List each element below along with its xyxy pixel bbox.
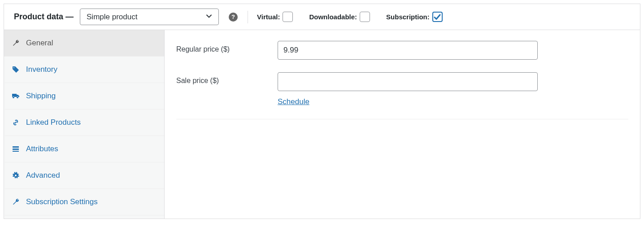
sale-price-field-wrap: Schedule — [278, 72, 538, 106]
product-type-select-wrap: Simple product — [80, 9, 219, 25]
tabs-sidebar: GeneralInventoryShippingLinked ProductsA… — [4, 30, 165, 219]
wrench-icon — [12, 39, 20, 47]
tab-label: Attributes — [26, 144, 58, 153]
sale-price-row: Sale price ($) Schedule — [176, 72, 628, 106]
header-divider — [248, 11, 248, 23]
content-separator — [176, 119, 628, 119]
regular-price-input[interactable] — [278, 41, 538, 60]
tab-shipping[interactable]: Shipping — [4, 83, 164, 109]
sale-price-input[interactable] — [278, 72, 538, 91]
virtual-checkbox[interactable] — [283, 12, 293, 22]
product-type-select[interactable]: Simple product — [80, 9, 219, 25]
tab-label: Advanced — [26, 171, 60, 180]
product-data-panel: Product data — Simple product ? Virtual:… — [4, 4, 640, 219]
tab-general[interactable]: General — [4, 30, 164, 57]
tab-attributes[interactable]: Attributes — [4, 136, 164, 162]
panel-body: GeneralInventoryShippingLinked ProductsA… — [4, 30, 640, 219]
tab-subscription_settings[interactable]: Subscription Settings — [4, 189, 164, 215]
tab-label: Shipping — [26, 92, 56, 101]
downloadable-checkbox-label: Downloadable: — [309, 12, 370, 22]
panel-title-text: Product data — — [14, 12, 74, 22]
tab-advanced[interactable]: Advanced — [4, 162, 164, 189]
subscription-label-text: Subscription: — [386, 13, 430, 21]
virtual-label-text: Virtual: — [257, 13, 280, 21]
link-icon — [12, 119, 20, 126]
gear-icon — [12, 172, 20, 179]
regular-price-field-wrap — [278, 41, 538, 60]
sale-price-label: Sale price ($) — [176, 72, 278, 85]
truck-icon — [12, 92, 20, 100]
tab-content-general: Regular price ($) Sale price ($) Schedul… — [165, 30, 640, 219]
downloadable-checkbox[interactable] — [360, 12, 370, 22]
subscription-checkbox[interactable] — [432, 12, 443, 22]
tab-label: General — [26, 39, 53, 48]
subscription-checkbox-label: Subscription: — [386, 12, 443, 22]
panel-title: Product data — Simple product — [14, 9, 219, 25]
tag-icon — [12, 66, 20, 73]
tab-label: Subscription Settings — [26, 197, 98, 206]
list-icon — [12, 145, 20, 153]
svg-rect-1 — [13, 149, 19, 150]
virtual-checkbox-label: Virtual: — [257, 12, 293, 22]
tab-inventory[interactable]: Inventory — [4, 57, 164, 83]
wrench-icon — [12, 198, 20, 206]
regular-price-label: Regular price ($) — [176, 41, 278, 53]
tab-linked[interactable]: Linked Products — [4, 109, 164, 136]
panel-header: Product data — Simple product ? Virtual:… — [4, 4, 640, 30]
schedule-link[interactable]: Schedule — [278, 97, 309, 106]
help-icon[interactable]: ? — [229, 13, 238, 22]
tab-label: Linked Products — [26, 118, 81, 127]
downloadable-label-text: Downloadable: — [309, 13, 357, 21]
svg-rect-0 — [13, 146, 19, 148]
tab-label: Inventory — [26, 65, 57, 74]
svg-rect-2 — [13, 151, 19, 152]
regular-price-row: Regular price ($) — [176, 41, 628, 60]
